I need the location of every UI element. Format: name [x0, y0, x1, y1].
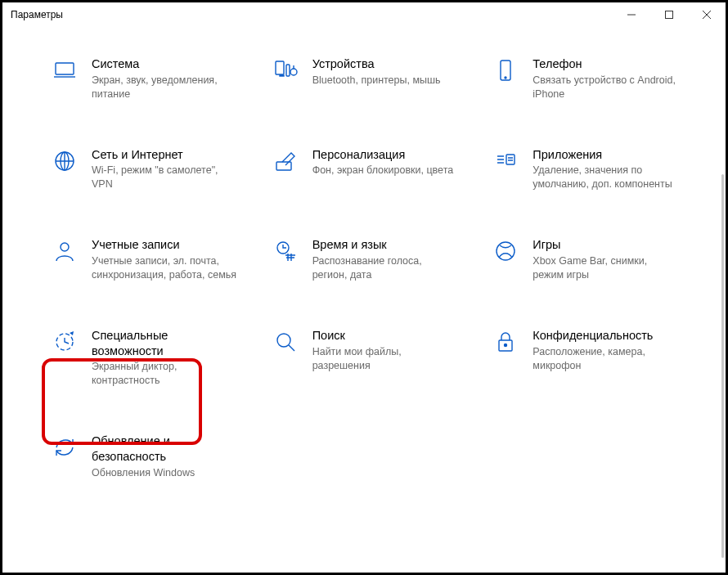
tile-devices[interactable]: УстройстваBluetooth, принтеры, мышь — [268, 53, 473, 105]
lock-icon — [492, 329, 519, 357]
tile-accounts[interactable]: Учетные записиУчетные записи, эл. почта,… — [47, 234, 252, 285]
tile-phone[interactable]: ТелефонСвязать устройство с Android, iPh… — [488, 53, 693, 105]
tile-personalization[interactable]: ПерсонализацияФон, экран блокировки, цве… — [268, 144, 473, 195]
tile-text: СистемаЭкран, звук, уведомления, питание — [92, 56, 239, 101]
tile-timelang[interactable]: Время и языкРаспознавание голоса, регион… — [268, 234, 473, 285]
tile-title: Время и язык — [312, 237, 460, 253]
tile-text: ИгрыXbox Game Bar, снимки, режим игры — [533, 237, 680, 282]
tile-subtitle: Учетные записи, эл. почта, синхронизация… — [92, 254, 239, 282]
svg-rect-11 — [506, 155, 515, 164]
tile-title: Система — [92, 56, 239, 72]
tile-title: Персонализация — [312, 147, 454, 163]
svg-rect-10 — [276, 162, 291, 170]
tile-text: Обновление и безопасностьОбновления Wind… — [92, 433, 239, 480]
tile-subtitle: Фон, экран блокировки, цвета — [312, 164, 454, 177]
svg-rect-2 — [276, 61, 284, 74]
tile-subtitle: Wi-Fi, режим "в самолете", VPN — [92, 164, 239, 191]
tile-update[interactable]: Обновление и безопасностьОбновления Wind… — [47, 430, 252, 483]
scrollbar[interactable] — [721, 174, 724, 558]
tile-text: Время и языкРаспознавание голоса, регион… — [312, 237, 460, 282]
search-icon — [272, 329, 299, 357]
ease-icon — [51, 329, 79, 357]
svg-point-5 — [290, 69, 297, 75]
tile-text: Специальные возможностиЭкранный диктор, … — [92, 328, 239, 388]
window-controls — [613, 2, 726, 27]
tile-gaming[interactable]: ИгрыXbox Game Bar, снимки, режим игры — [488, 234, 693, 285]
svg-point-12 — [61, 243, 69, 251]
tile-text: УстройстваBluetooth, принтеры, мышь — [312, 56, 441, 88]
svg-point-18 — [505, 344, 507, 346]
maximize-button[interactable] — [650, 2, 688, 27]
close-button[interactable] — [688, 2, 726, 27]
window-title: Параметры — [11, 9, 63, 20]
tile-text: ПоискНайти мои файлы, разрешения — [312, 328, 460, 373]
xbox-icon — [492, 238, 519, 266]
tile-text: ПриложенияУдаление, значения по умолчани… — [533, 147, 680, 192]
tile-text: Сеть и ИнтернетWi-Fi, режим "в самолете"… — [92, 147, 239, 192]
clock-lang-icon — [272, 238, 299, 266]
tile-title: Обновление и безопасность — [92, 433, 239, 465]
svg-point-7 — [505, 77, 506, 79]
svg-rect-4 — [286, 65, 290, 76]
tile-network[interactable]: Сеть и ИнтернетWi-Fi, режим "в самолете"… — [47, 144, 252, 195]
tile-text: Учетные записиУчетные записи, эл. почта,… — [92, 237, 239, 282]
tile-subtitle: Экран, звук, уведомления, питание — [92, 74, 239, 101]
globe-icon — [51, 148, 79, 176]
person-icon — [51, 238, 79, 266]
tile-subtitle: Расположение, камера, микрофон — [533, 345, 680, 373]
titlebar: Параметры — [2, 2, 726, 27]
svg-rect-1 — [56, 63, 74, 74]
tile-subtitle: Bluetooth, принтеры, мышь — [312, 74, 441, 88]
tile-subtitle: Связать устройство с Android, iPhone — [533, 74, 680, 101]
tile-title: Специальные возможности — [92, 328, 239, 359]
phone-icon — [492, 57, 519, 85]
tile-title: Конфиденциальность — [533, 328, 680, 344]
tile-title: Учетные записи — [92, 237, 239, 253]
tile-ease[interactable]: Специальные возможностиЭкранный диктор, … — [47, 325, 252, 391]
tile-subtitle: Распознавание голоса, регион, дата — [312, 254, 460, 282]
minimize-button[interactable] — [613, 2, 650, 27]
tile-subtitle: Xbox Game Bar, снимки, режим игры — [533, 254, 680, 282]
tile-text: КонфиденциальностьРасположение, камера, … — [533, 328, 680, 373]
tile-title: Устройства — [312, 56, 441, 72]
svg-rect-3 — [280, 75, 284, 76]
settings-window: Параметры СистемаЭкран, звук, уведомлени… — [0, 0, 728, 575]
tile-system[interactable]: СистемаЭкран, звук, уведомления, питание — [47, 53, 252, 105]
tile-title: Телефон — [533, 56, 680, 72]
tile-privacy[interactable]: КонфиденциальностьРасположение, камера, … — [488, 325, 693, 391]
tile-title: Сеть и Интернет — [92, 147, 239, 163]
tile-search[interactable]: ПоискНайти мои файлы, разрешения — [268, 325, 473, 391]
tile-title: Игры — [533, 237, 680, 253]
tile-subtitle: Экранный диктор, контрастность — [92, 360, 239, 388]
tile-text: ПерсонализацияФон, экран блокировки, цве… — [312, 147, 454, 178]
tile-title: Приложения — [533, 147, 680, 163]
sync-icon — [51, 434, 79, 462]
tile-subtitle: Удаление, значения по умолчанию, доп. ко… — [533, 164, 680, 191]
svg-rect-0 — [666, 11, 673, 19]
tile-subtitle: Обновления Windows — [92, 466, 239, 480]
tile-text: ТелефонСвязать устройство с Android, iPh… — [533, 56, 680, 101]
devices-icon — [272, 57, 299, 85]
tile-title: Поиск — [312, 328, 460, 344]
tile-apps[interactable]: ПриложенияУдаление, значения по умолчани… — [488, 144, 693, 195]
svg-point-16 — [277, 334, 290, 347]
apps-icon — [492, 148, 519, 176]
tile-subtitle: Найти мои файлы, разрешения — [312, 345, 460, 373]
pen-icon — [272, 148, 299, 176]
settings-grid: СистемаЭкран, звук, уведомления, питание… — [47, 53, 693, 483]
laptop-icon — [51, 57, 79, 85]
content-area: СистемаЭкран, звук, уведомления, питание… — [2, 27, 726, 573]
